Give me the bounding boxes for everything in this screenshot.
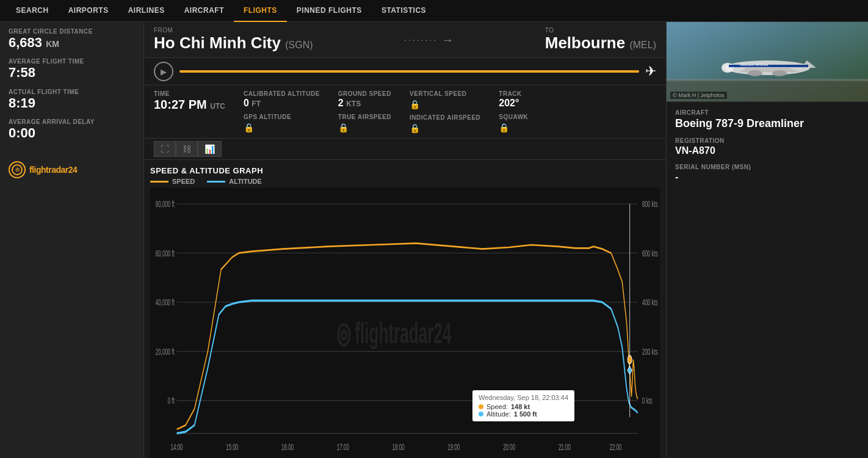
indicated-airspeed-label: INDICATED AIRSPEED bbox=[410, 114, 480, 121]
graph-wrapper: 80,000 ft 60,000 ft 40,000 ft 20,000 ft … bbox=[150, 187, 660, 458]
svg-point-38 bbox=[748, 70, 762, 76]
svg-text:22:00: 22:00 bbox=[609, 442, 621, 452]
svg-text:Vietnam Airlines: Vietnam Airlines bbox=[740, 63, 769, 67]
squawk-label: SQUAWK bbox=[499, 114, 528, 120]
ground-speed-col: GROUND SPEED 2 KTS bbox=[338, 90, 391, 109]
stat-actual-time-label: ACTUAL FLIGHT TIME bbox=[9, 89, 135, 95]
legend-altitude: ALTITUDE bbox=[207, 178, 262, 185]
from-city: Ho Chi Minh City (SGN) bbox=[154, 34, 313, 53]
progress-bar-fill bbox=[179, 70, 639, 73]
aircraft-image: Vietnam Airlines © Mark H | Jetphotos bbox=[667, 22, 868, 101]
squawk-col: SQUAWK 🔒 bbox=[499, 114, 528, 133]
play-button[interactable]: ▶ bbox=[154, 62, 173, 81]
registration-label: REGISTRATION bbox=[675, 137, 859, 144]
svg-text:14:00: 14:00 bbox=[171, 442, 183, 452]
nav-flights[interactable]: FLIGHTS bbox=[234, 0, 287, 22]
nav-aircraft[interactable]: AIRCRAFT bbox=[175, 0, 234, 22]
svg-point-39 bbox=[772, 70, 787, 76]
stat-distance-label: GREAT CIRCLE DISTANCE bbox=[9, 28, 135, 35]
gps-altitude-col: GPS ALTITUDE 🔒 bbox=[244, 114, 320, 133]
chart-view-button[interactable]: 📊 bbox=[198, 141, 222, 157]
stat-distance: GREAT CIRCLE DISTANCE 6,683 KM bbox=[9, 28, 135, 51]
aircraft-info: AIRCRAFT Boeing 787-9 Dreamliner REGISTR… bbox=[667, 101, 868, 458]
to-city: Melbourne (MEL) bbox=[545, 34, 656, 53]
vert-speed-label: VERTICAL SPEED bbox=[410, 90, 480, 97]
svg-text:16:00: 16:00 bbox=[281, 442, 294, 452]
svg-text:800 kts: 800 kts bbox=[642, 199, 658, 209]
svg-text:60,000 ft: 60,000 ft bbox=[156, 248, 175, 258]
vert-speed-lock-icon: 🔒 bbox=[410, 100, 480, 109]
legend-altitude-line bbox=[207, 181, 225, 183]
indicated-airspeed-lock-icon: 🔒 bbox=[410, 123, 480, 133]
track-value: 202° bbox=[499, 97, 528, 109]
aircraft-photo-svg: Vietnam Airlines bbox=[667, 22, 868, 101]
stat-distance-value: 6,683 KM bbox=[9, 35, 135, 51]
photo-credit: © Mark H | Jetphotos bbox=[670, 92, 727, 99]
svg-text:20:00: 20:00 bbox=[503, 442, 515, 452]
true-airspeed-label: TRUE AIRSPEED bbox=[338, 114, 391, 120]
center-panel: FROM Ho Chi Minh City (SGN) ········ → T… bbox=[143, 22, 667, 458]
stat-actual-time-value: 8:19 bbox=[9, 95, 135, 111]
data-row: TIME 10:27 PM UTC CALIBRATED ALTITUDE 0 … bbox=[144, 85, 666, 139]
svg-text:19:00: 19:00 bbox=[447, 442, 460, 452]
nav-statistics[interactable]: STATISTICS bbox=[372, 0, 436, 22]
view-controls: ⛶ ⛓ 📊 bbox=[144, 139, 666, 160]
ground-speed-value: 2 KTS bbox=[338, 97, 391, 109]
fr24-logo-text: flightradar24 bbox=[29, 165, 77, 175]
svg-text:40,000 ft: 40,000 ft bbox=[156, 297, 175, 308]
stat-avg-flight-time: AVERAGE FLIGHT TIME 7:58 bbox=[9, 58, 135, 81]
nav-pinned-flights[interactable]: PINNED FLIGHTS bbox=[287, 0, 372, 22]
calibrated-altitude-col: CALIBRATED ALTITUDE 0 FT bbox=[244, 90, 320, 109]
stat-delay-value: 0:00 bbox=[9, 125, 135, 141]
true-airspeed-col: TRUE AIRSPEED 🔒 bbox=[338, 114, 391, 133]
arrow-right-icon: → bbox=[441, 33, 454, 47]
svg-text:0 ft: 0 ft bbox=[168, 396, 175, 406]
aircraft-model: Boeing 787-9 Dreamliner bbox=[675, 117, 859, 130]
stat-actual-flight-time: ACTUAL FLIGHT TIME 8:19 bbox=[9, 89, 135, 111]
legend-speed-label: SPEED bbox=[172, 178, 195, 185]
svg-text:200 kts: 200 kts bbox=[642, 346, 658, 357]
stat-delay-label: AVERAGE ARRIVAL DELAY bbox=[9, 118, 135, 125]
graph-legend: SPEED ALTITUDE bbox=[150, 178, 660, 185]
registration-value: VN-A870 bbox=[675, 145, 859, 156]
nav-airlines[interactable]: AIRLINES bbox=[118, 0, 175, 22]
fullscreen-view-button[interactable]: ⛶ bbox=[154, 141, 176, 157]
aircraft-section-label: AIRCRAFT bbox=[675, 109, 859, 116]
stat-avg-time-value: 7:58 bbox=[9, 65, 135, 81]
svg-text:15:00: 15:00 bbox=[226, 442, 238, 452]
nav-airports[interactable]: AIRPORTS bbox=[59, 0, 118, 22]
plane-icon: ✈ bbox=[645, 64, 656, 79]
svg-text:◎ flightradar24: ◎ flightradar24 bbox=[336, 317, 452, 349]
msn-label: SERIAL NUMBER (MSN) bbox=[675, 164, 859, 170]
svg-text:21:00: 21:00 bbox=[559, 442, 571, 452]
left-panel: GREAT CIRCLE DISTANCE 6,683 KM AVERAGE F… bbox=[0, 22, 143, 458]
svg-text:0 kts: 0 kts bbox=[642, 396, 653, 406]
cal-alt-value: 0 FT bbox=[244, 97, 320, 109]
right-panel: Vietnam Airlines © Mark H | Jetphotos AI… bbox=[667, 22, 868, 458]
to-label: TO bbox=[545, 27, 656, 34]
navigation: SEARCH AIRPORTS AIRLINES AIRCRAFT FLIGHT… bbox=[0, 0, 868, 22]
svg-point-35 bbox=[722, 63, 734, 73]
svg-text:400 kts: 400 kts bbox=[642, 297, 658, 308]
fr24-logo-icon: ◎ bbox=[9, 161, 26, 178]
progress-area: ▶ ✈ bbox=[144, 58, 666, 85]
flight-stats: GREAT CIRCLE DISTANCE 6,683 KM AVERAGE F… bbox=[0, 22, 143, 155]
svg-point-27 bbox=[627, 355, 632, 363]
route-arrow: ········ → bbox=[319, 33, 539, 47]
svg-rect-31 bbox=[667, 79, 868, 81]
time-value: 10:27 PM UTC bbox=[154, 97, 225, 112]
fr24-logo: ◎ flightradar24 bbox=[9, 161, 77, 178]
logo-area: ◎ flightradar24 bbox=[0, 155, 143, 184]
track-col: TRACK 202° bbox=[499, 90, 528, 109]
legend-speed: SPEED bbox=[150, 178, 195, 185]
gps-alt-label: GPS ALTITUDE bbox=[244, 114, 320, 120]
path-view-button[interactable]: ⛓ bbox=[176, 141, 198, 157]
squawk-lock-icon: 🔒 bbox=[499, 123, 528, 133]
ground-speed-label: GROUND SPEED bbox=[338, 90, 391, 97]
flight-header: FROM Ho Chi Minh City (SGN) ········ → T… bbox=[144, 22, 666, 58]
nav-search[interactable]: SEARCH bbox=[6, 0, 59, 22]
svg-text:80,000 ft: 80,000 ft bbox=[156, 199, 175, 209]
svg-text:600 kts: 600 kts bbox=[642, 248, 658, 258]
indicated-airspeed-col: INDICATED AIRSPEED 🔒 bbox=[410, 114, 480, 133]
svg-text:20,000 ft: 20,000 ft bbox=[156, 346, 175, 357]
